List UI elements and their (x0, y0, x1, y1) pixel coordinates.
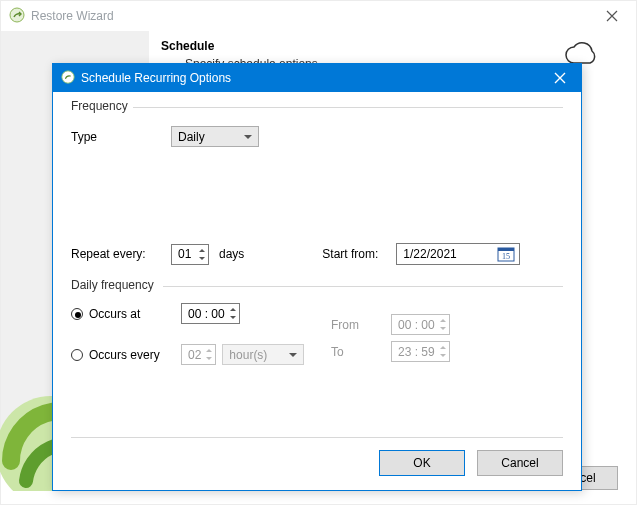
frequency-group: Frequency Type Daily Repeat every: 01 da… (71, 107, 563, 275)
to-time-spinner[interactable]: 23 : 59 (391, 341, 450, 362)
schedule-recurring-dialog: Schedule Recurring Options Frequency Typ… (52, 63, 582, 491)
wizard-step-title: Schedule (161, 39, 624, 53)
type-dropdown[interactable]: Daily (171, 126, 259, 147)
dialog-cancel-button[interactable]: Cancel (477, 450, 563, 476)
start-from-label: Start from: (322, 247, 396, 261)
from-time-spinner[interactable]: 00 : 00 (391, 314, 450, 335)
from-to-block: From 00 : 00 To 23 : 59 (331, 314, 450, 368)
radio-icon (71, 308, 83, 320)
occurs-every-radio[interactable]: Occurs every (71, 348, 181, 362)
start-from-value: 1/22/2021 (403, 247, 456, 261)
close-icon (554, 72, 566, 84)
radio-icon (71, 349, 83, 361)
occurs-at-value: 00 : 00 (188, 307, 225, 321)
repeat-every-spinner[interactable]: 01 (171, 244, 209, 265)
dialog-close-button[interactable] (545, 68, 575, 88)
occurs-at-radio[interactable]: Occurs at (71, 307, 181, 321)
dialog-app-icon (61, 70, 75, 87)
daily-frequency-label: Daily frequency (71, 278, 158, 292)
to-label: To (331, 345, 373, 359)
repeat-every-unit: days (219, 247, 244, 261)
ok-button[interactable]: OK (379, 450, 465, 476)
occurs-at-label: Occurs at (89, 307, 140, 321)
from-label: From (331, 318, 373, 332)
dialog-titlebar[interactable]: Schedule Recurring Options (53, 64, 581, 92)
close-icon (606, 10, 618, 22)
repeat-every-value: 01 (178, 247, 191, 261)
window-title: Restore Wizard (31, 9, 590, 23)
window-close-button[interactable] (590, 2, 634, 30)
type-label: Type (71, 130, 171, 144)
svg-point-3 (62, 70, 74, 82)
dialog-separator (71, 437, 563, 438)
dialog-title: Schedule Recurring Options (81, 71, 545, 85)
calendar-icon[interactable]: 15 (497, 246, 515, 262)
start-from-datepicker[interactable]: 1/22/2021 15 (396, 243, 520, 265)
svg-rect-5 (498, 248, 514, 251)
occurs-every-unit-value: hour(s) (229, 348, 267, 362)
app-icon (9, 7, 25, 26)
from-value: 00 : 00 (398, 318, 435, 332)
to-value: 23 : 59 (398, 345, 435, 359)
window-titlebar[interactable]: Restore Wizard (1, 1, 636, 31)
occurs-at-time-spinner[interactable]: 00 : 00 (181, 303, 240, 324)
dialog-body: Frequency Type Daily Repeat every: 01 da… (53, 92, 581, 490)
occurs-every-value: 02 (188, 348, 201, 362)
occurs-every-spinner[interactable]: 02 (181, 344, 216, 365)
daily-frequency-group: Daily frequency Occurs at 00 : 00 Occurs… (71, 286, 563, 365)
svg-point-0 (10, 8, 24, 22)
svg-text:15: 15 (502, 252, 510, 261)
repeat-every-label: Repeat every: (71, 247, 171, 261)
frequency-group-label: Frequency (71, 99, 132, 113)
occurs-every-unit-dropdown[interactable]: hour(s) (222, 344, 304, 365)
type-dropdown-value: Daily (178, 130, 205, 144)
dialog-button-row: OK Cancel (71, 450, 563, 476)
occurs-every-label: Occurs every (89, 348, 160, 362)
